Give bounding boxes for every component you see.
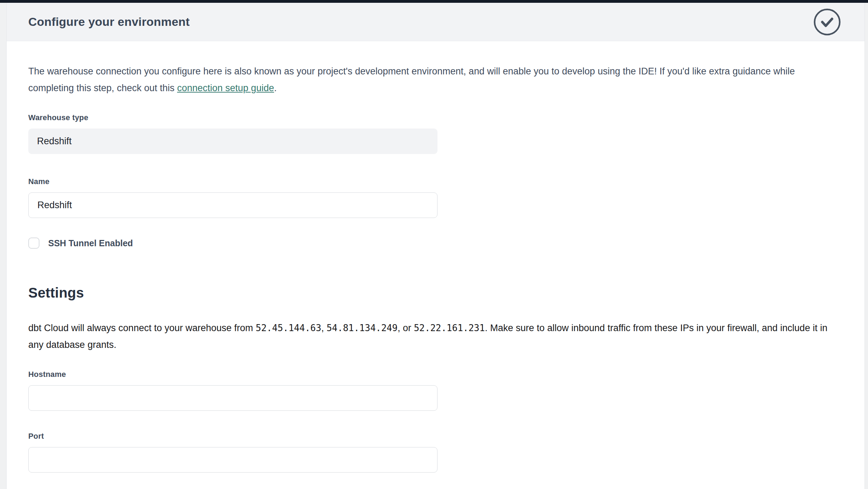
warehouse-type-field: Redshift	[28, 129, 437, 154]
note-sep2: , or	[398, 323, 414, 333]
ssh-tunnel-row: SSH Tunnel Enabled	[28, 238, 840, 249]
warehouse-type-value: Redshift	[37, 136, 72, 147]
ssh-tunnel-checkbox[interactable]	[28, 238, 39, 249]
note-sep1: ,	[321, 323, 326, 333]
note-before: dbt Cloud will always connect to your wa…	[28, 323, 256, 333]
panel-content: The warehouse connection you configure h…	[7, 63, 865, 473]
name-input[interactable]	[28, 192, 437, 218]
intro-paragraph: The warehouse connection you configure h…	[28, 63, 819, 96]
ip-allowlist-note: dbt Cloud will always connect to your wa…	[28, 320, 837, 353]
port-input[interactable]	[28, 447, 437, 473]
port-label: Port	[28, 432, 840, 441]
ip-address-2: 54.81.134.249	[326, 323, 398, 333]
hostname-input[interactable]	[28, 385, 437, 411]
panel-header: Configure your environment	[7, 3, 865, 41]
ip-address-3: 52.22.161.231	[414, 323, 485, 333]
environment-config-panel: Configure your environment The warehouse…	[6, 3, 865, 489]
top-navigation-bar	[0, 0, 868, 3]
ssh-tunnel-label: SSH Tunnel Enabled	[48, 238, 133, 248]
intro-text-after: .	[274, 83, 277, 93]
name-label: Name	[28, 177, 840, 186]
settings-heading: Settings	[28, 285, 840, 301]
warehouse-type-label: Warehouse type	[28, 113, 840, 122]
page-title: Configure your environment	[28, 15, 814, 29]
intro-text-before: The warehouse connection you configure h…	[28, 66, 795, 93]
connection-setup-guide-link[interactable]: connection setup guide	[177, 83, 274, 93]
hostname-label: Hostname	[28, 370, 840, 379]
ip-address-1: 52.45.144.63	[256, 323, 321, 333]
check-circle-icon[interactable]	[814, 8, 841, 36]
